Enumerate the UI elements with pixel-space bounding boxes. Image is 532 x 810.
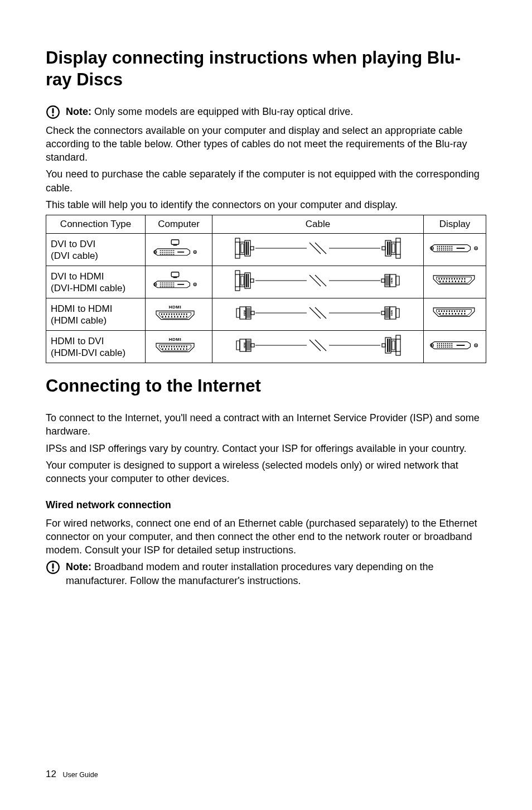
connection-table: Connection Type Computer Cable Display D…	[46, 215, 486, 363]
cell-computer-port	[146, 298, 212, 331]
svg-line-125	[315, 243, 326, 254]
cell-connection-type: HDMI to DVI (HDMI-DVI cable)	[46, 331, 146, 363]
note-bluray: Only some models are equipped with Blu-r…	[94, 106, 353, 117]
subhead-wired: Wired network connection	[46, 499, 486, 511]
cell-display-port	[424, 234, 486, 266]
cell-cable	[212, 234, 424, 266]
cell-connection-type: DVI to HDMI (DVI-HDMI cable)	[46, 266, 146, 298]
paragraph-wired-instructions: For wired networks, connect one end of a…	[46, 517, 486, 557]
paragraph-purchase-cable: You need to purchase the cable separatel…	[46, 167, 486, 195]
connection-type-line2: (HDMI-DVI cable)	[51, 347, 141, 359]
cell-display-port	[424, 298, 486, 331]
note-label: Note:	[66, 106, 91, 117]
hdmi-port-icon	[428, 306, 480, 320]
note-text: Note: Only some models are equipped with…	[66, 105, 353, 118]
paragraph-wireless-wired: Your computer is designed to support a w…	[46, 459, 486, 486]
cell-computer-port	[146, 266, 212, 298]
paragraph-check-connectors: Check the connectors available on your c…	[46, 124, 486, 165]
connection-type-line2: (HDMI cable)	[51, 315, 141, 326]
svg-line-136	[309, 340, 321, 351]
page-footer: 12 User Guide	[46, 769, 98, 780]
connection-type-line1: DVI to DVI	[51, 238, 141, 250]
note-broadband: Broadband modem and router installation …	[66, 561, 433, 586]
svg-line-124	[309, 243, 321, 254]
paragraph-internet-intro: To connect to the Internet, you'll need …	[46, 411, 486, 438]
connection-type-line1: HDMI to DVI	[51, 335, 141, 347]
table-row: DVI to DVI (DVI cable)	[46, 234, 486, 266]
attention-icon	[46, 560, 60, 575]
note-text: Note: Broadband modem and router install…	[66, 560, 486, 587]
cell-computer-port	[146, 234, 212, 266]
cable-icon	[217, 269, 419, 292]
svg-line-132	[309, 307, 321, 319]
dvi-port-icon	[150, 271, 200, 290]
dvi-port-icon	[428, 243, 480, 254]
cable-icon	[217, 237, 419, 259]
hdmi-port-icon	[150, 303, 200, 322]
heading-connecting-internet: Connecting to the Internet	[46, 375, 486, 397]
hdmi-port-icon	[428, 273, 480, 288]
connection-type-line1: DVI to HDMI	[51, 271, 141, 282]
cell-connection-type: DVI to DVI (DVI cable)	[46, 234, 146, 266]
note-label: Note:	[66, 561, 91, 572]
cell-connection-type: HDMI to HDMI (HDMI cable)	[46, 298, 146, 331]
th-connection-type: Connection Type	[46, 215, 146, 234]
cell-display-port	[424, 331, 486, 363]
connection-type-line2: (DVI-HDMI cable)	[51, 282, 141, 294]
paragraph-isp-vary: IPSs and ISP offerings vary by country. …	[46, 442, 486, 455]
hdmi-port-icon	[150, 336, 200, 355]
paragraph-table-intro: This table will help you to identify the…	[46, 198, 486, 211]
table-header-row: Connection Type Computer Cable Display	[46, 215, 486, 234]
cell-cable	[212, 331, 424, 363]
connection-type-line1: HDMI to HDMI	[51, 303, 141, 315]
cell-cable	[212, 298, 424, 331]
th-display: Display	[424, 215, 486, 234]
footer-label: User Guide	[62, 771, 98, 779]
cable-icon	[217, 302, 419, 324]
dvi-port-icon	[150, 239, 200, 258]
cell-display-port	[424, 266, 486, 298]
cell-computer-port	[146, 331, 212, 363]
dvi-port-icon	[428, 340, 480, 351]
svg-line-137	[315, 340, 326, 351]
heading-display-instructions: Display connecting instructions when pla…	[46, 47, 486, 91]
svg-line-128	[309, 275, 321, 286]
table-row: HDMI to DVI (HDMI-DVI cable)	[46, 331, 486, 363]
svg-line-133	[315, 307, 326, 319]
cell-cable	[212, 266, 424, 298]
cable-icon	[217, 334, 419, 356]
page-number: 12	[46, 769, 56, 779]
table-row: DVI to HDMI (DVI-HDMI cable)	[46, 266, 486, 298]
th-computer: Computer	[146, 215, 212, 234]
svg-line-129	[315, 275, 326, 286]
attention-icon	[46, 105, 60, 119]
th-cable: Cable	[212, 215, 424, 234]
connection-type-line2: (DVI cable)	[51, 250, 141, 262]
table-row: HDMI to HDMI (HDMI cable)	[46, 298, 486, 331]
